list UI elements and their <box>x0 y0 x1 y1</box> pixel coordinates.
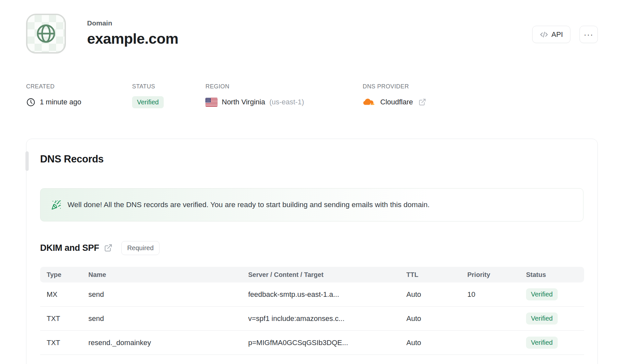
external-link-icon[interactable] <box>418 98 426 106</box>
meta-region: REGION North Virginia ( <box>205 83 304 109</box>
cell-content[interactable]: feedback-smtp.us-east-1.a... <box>242 290 400 299</box>
col-header-status: Status <box>520 271 584 279</box>
dns-provider-label: DNS PROVIDER <box>363 83 426 90</box>
region-label: REGION <box>205 83 304 90</box>
dns-records-title: DNS Records <box>40 153 583 165</box>
cell-type: MX <box>40 290 82 299</box>
table-row: MX send feedback-smtp.us-east-1.a... Aut… <box>40 282 584 307</box>
table-row: TXT send v=spf1 include:amazonses.c... A… <box>40 307 584 331</box>
table-row: TXT resend._domainkey p=MIGfMA0GCSqGSIb3… <box>40 331 584 355</box>
row-status-badge: Verified <box>526 288 558 300</box>
created-label: CREATED <box>26 83 81 90</box>
cell-name: resend._domainkey <box>82 339 242 347</box>
table-header-row: Type Name Server / Content / Target TTL … <box>40 267 584 282</box>
meta-dns-provider: DNS PROVIDER Cloudflare <box>363 83 426 109</box>
cell-ttl: Auto <box>400 339 461 347</box>
col-header-priority: Priority <box>461 271 520 279</box>
page-header: Domain example.com <box>87 19 178 47</box>
domain-avatar <box>26 14 66 53</box>
success-banner: Well done! All the DNS records are verif… <box>40 188 583 221</box>
dkim-spf-section-header: DKIM and SPF Required <box>40 240 583 256</box>
cell-priority: 10 <box>461 290 520 299</box>
status-badge: Verified <box>132 96 164 108</box>
status-label: STATUS <box>132 83 164 90</box>
col-header-ttl: TTL <box>400 271 461 279</box>
row-status-badge: Verified <box>526 337 558 349</box>
page-title: example.com <box>87 30 178 47</box>
meta-created: CREATED 1 minute ago <box>26 83 81 109</box>
cell-type: TXT <box>40 339 82 347</box>
external-link-icon[interactable] <box>104 244 113 252</box>
dkim-spf-title: DKIM and SPF <box>40 243 99 253</box>
created-value: 1 minute ago <box>40 98 81 106</box>
col-header-type: Type <box>40 271 82 279</box>
dns-records-card: DNS Records Well done! All the DNS recor… <box>26 139 598 364</box>
more-icon: ··· <box>584 30 594 39</box>
meta-status: STATUS Verified <box>132 83 164 109</box>
success-banner-text: Well done! All the DNS records are verif… <box>68 201 430 209</box>
api-button[interactable]: API <box>532 26 570 43</box>
cell-ttl: Auto <box>400 314 461 323</box>
confetti-icon <box>51 200 61 210</box>
cell-name: send <box>82 314 242 323</box>
us-flag-icon <box>205 98 218 107</box>
dns-provider-value: Cloudflare <box>380 98 413 106</box>
api-button-label: API <box>551 30 563 39</box>
col-header-name: Name <box>82 271 242 279</box>
clock-icon <box>26 98 36 107</box>
cell-ttl: Auto <box>400 290 461 299</box>
scroll-indicator[interactable] <box>25 151 29 171</box>
domain-eyebrow: Domain <box>87 19 178 27</box>
cell-name: send <box>82 290 242 299</box>
region-code: (us-east-1) <box>269 98 304 106</box>
cloudflare-icon <box>363 98 376 107</box>
globe-icon <box>35 23 57 45</box>
row-status-badge: Verified <box>526 312 558 325</box>
more-options-button[interactable]: ··· <box>580 26 598 43</box>
region-value: North Virginia <box>222 98 265 106</box>
cell-content[interactable]: p=MIGfMA0GCSqGSIb3DQE... <box>242 339 400 347</box>
cell-type: TXT <box>40 314 82 323</box>
cell-content[interactable]: v=spf1 include:amazonses.c... <box>242 314 400 323</box>
code-icon <box>540 30 548 39</box>
dns-records-table: Type Name Server / Content / Target TTL … <box>40 267 584 355</box>
required-badge: Required <box>121 241 159 255</box>
col-header-content: Server / Content / Target <box>242 271 400 279</box>
